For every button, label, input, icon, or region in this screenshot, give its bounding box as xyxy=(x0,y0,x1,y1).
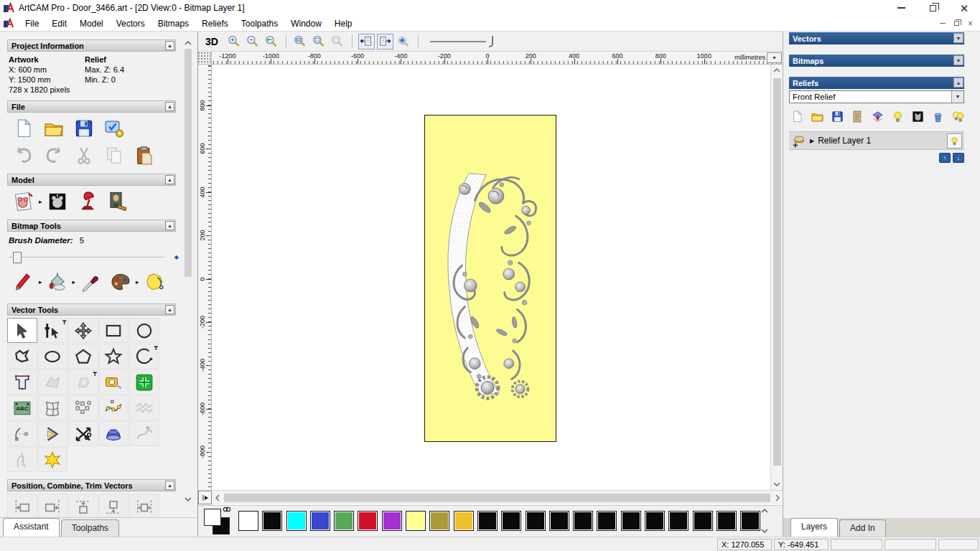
palette-down-icon[interactable] xyxy=(761,528,768,534)
extrude-tool[interactable] xyxy=(99,421,129,446)
colour-picker-button[interactable] xyxy=(80,271,101,293)
next-bitmap-layer-button[interactable] xyxy=(377,34,393,50)
wrap-vectors-tool[interactable] xyxy=(38,369,68,395)
move-layer-down-button[interactable]: ↓ xyxy=(953,153,964,163)
spline-tool[interactable] xyxy=(129,421,159,446)
create-star-tool[interactable] xyxy=(99,344,129,369)
menu-vectors[interactable]: Vectors xyxy=(110,17,151,31)
flood-fill-button[interactable] xyxy=(47,271,68,293)
ruler-toggle-button[interactable] xyxy=(198,491,212,504)
hscroll-thumb[interactable] xyxy=(224,494,770,502)
bisector-tool[interactable] xyxy=(38,421,68,446)
canvas-vertical-scrollbar[interactable] xyxy=(770,65,783,490)
text-block-tool[interactable]: ABC xyxy=(7,395,37,420)
paste-along-curve-tool[interactable] xyxy=(68,395,98,420)
bitmaps-panel-header[interactable]: Bitmaps ▼ xyxy=(789,55,964,67)
save-relief-button[interactable] xyxy=(831,110,844,123)
colour-swatch-16[interactable] xyxy=(621,511,641,531)
align-bottom-button[interactable] xyxy=(99,494,129,520)
expand-bitmaps-button[interactable]: ▼ xyxy=(953,55,963,65)
relief-layer-select[interactable]: Front Relief ▼ xyxy=(789,90,964,103)
colour-swatch-5[interactable] xyxy=(358,511,378,531)
colour-swatch-15[interactable] xyxy=(597,511,617,531)
collapse-file-button[interactable]: ▲ xyxy=(165,102,174,111)
colour-swatch-3[interactable] xyxy=(310,511,330,531)
scroll-right-button[interactable] xyxy=(772,492,783,504)
set-model-size-button[interactable] xyxy=(13,191,34,212)
ruler-units-dropdown[interactable]: ▼ xyxy=(767,52,782,63)
slider-spin-icon[interactable]: ◆ xyxy=(174,254,179,260)
layer-fade-slider[interactable] xyxy=(430,34,496,49)
transform-vectors-tool[interactable] xyxy=(68,318,98,343)
flyout-arrow-icon[interactable]: ▸ xyxy=(136,278,139,286)
toggle-layer-visibility-button[interactable] xyxy=(891,110,905,123)
menu-edit[interactable]: Edit xyxy=(45,17,73,31)
open-model-button[interactable] xyxy=(43,118,65,139)
free-relief-tool[interactable] xyxy=(129,395,159,420)
colour-swatch-20[interactable] xyxy=(717,511,737,531)
vscroll-thumb[interactable] xyxy=(773,78,781,466)
model-check-button[interactable] xyxy=(103,118,125,139)
align-right-button[interactable] xyxy=(38,494,68,520)
undo-button[interactable] xyxy=(13,145,34,166)
collapse-project-info-button[interactable]: ▲ xyxy=(165,41,174,50)
open-relief-button[interactable] xyxy=(811,110,824,123)
flyout-arrow-icon[interactable]: ▸ xyxy=(73,278,76,286)
menu-window[interactable]: Window xyxy=(284,17,328,31)
paint-tool-button[interactable] xyxy=(13,271,34,293)
colour-swatch-11[interactable] xyxy=(501,511,521,531)
previous-bitmap-layer-button[interactable] xyxy=(358,34,375,50)
collapse-bitmap-tools-button[interactable]: ▲ xyxy=(165,221,174,230)
collapse-vector-tools-button[interactable]: ▲ xyxy=(165,305,174,314)
menu-model[interactable]: Model xyxy=(73,17,110,31)
cut-button[interactable] xyxy=(73,145,95,166)
flyout-arrow-icon[interactable]: ▸ xyxy=(39,198,42,205)
colour-swatch-7[interactable] xyxy=(406,511,426,531)
align-centre-button[interactable] xyxy=(129,494,159,520)
tab-layers[interactable]: Layers xyxy=(790,518,838,537)
vectors-panel-header[interactable]: Vectors ▼ xyxy=(789,32,964,44)
arc-fit-tool[interactable] xyxy=(7,421,37,446)
colour-swatch-21[interactable] xyxy=(740,511,760,531)
flyout-arrow-icon[interactable]: ▸ xyxy=(39,278,42,286)
scrollbar-thumb[interactable] xyxy=(185,49,192,277)
distort-vectors-tool[interactable] xyxy=(38,395,68,420)
drawing-canvas[interactable] xyxy=(212,65,770,490)
primary-colour-swatch[interactable] xyxy=(204,509,221,526)
fit-curve-tool[interactable] xyxy=(99,395,129,420)
node-editing-tool[interactable] xyxy=(38,318,68,343)
relief-layer-row[interactable]: ▶ Relief Layer 1 xyxy=(789,131,964,150)
slider-handle-icon[interactable] xyxy=(486,34,496,49)
brush-diameter-slider[interactable]: ◆ xyxy=(9,252,189,263)
menu-bitmaps[interactable]: Bitmaps xyxy=(151,17,195,31)
current-colour-widget[interactable] xyxy=(204,507,234,534)
zoom-previous-button[interactable] xyxy=(263,34,280,50)
palette-up-icon[interactable] xyxy=(761,508,768,514)
layer-visibility-button[interactable] xyxy=(947,133,962,149)
reliefs-panel-header[interactable]: Reliefs ▲ xyxy=(789,77,964,89)
vector-doctor-tool[interactable] xyxy=(38,447,68,472)
measure-tool[interactable] xyxy=(99,369,129,395)
texture-tool-button[interactable] xyxy=(144,271,165,293)
merge-relief-button[interactable] xyxy=(871,110,885,123)
profile-tool[interactable] xyxy=(7,447,37,472)
paste-button[interactable] xyxy=(134,145,155,166)
align-top-button[interactable] xyxy=(68,494,98,520)
expand-vectors-button[interactable]: ▼ xyxy=(953,33,963,43)
create-polyline-tool[interactable] xyxy=(7,344,37,369)
new-relief-layer-button[interactable] xyxy=(790,110,804,123)
create-polygon-tool[interactable] xyxy=(68,344,98,369)
tab-toolpaths[interactable]: Toolpaths xyxy=(61,519,119,537)
select-vectors-tool[interactable] xyxy=(7,318,37,343)
door-artwork[interactable] xyxy=(424,115,556,442)
zoom-in-button[interactable] xyxy=(226,34,243,50)
scroll-up-icon[interactable] xyxy=(185,40,192,46)
create-ellipse-tool[interactable] xyxy=(38,344,68,369)
save-model-button[interactable] xyxy=(73,118,95,139)
menu-reliefs[interactable]: Reliefs xyxy=(195,17,235,31)
colour-swatch-9[interactable] xyxy=(454,511,474,531)
create-arc-tool[interactable] xyxy=(129,344,159,369)
zoom-drawing-button[interactable] xyxy=(292,34,309,50)
colour-swatch-10[interactable] xyxy=(477,511,498,531)
redo-button[interactable] xyxy=(43,145,65,166)
